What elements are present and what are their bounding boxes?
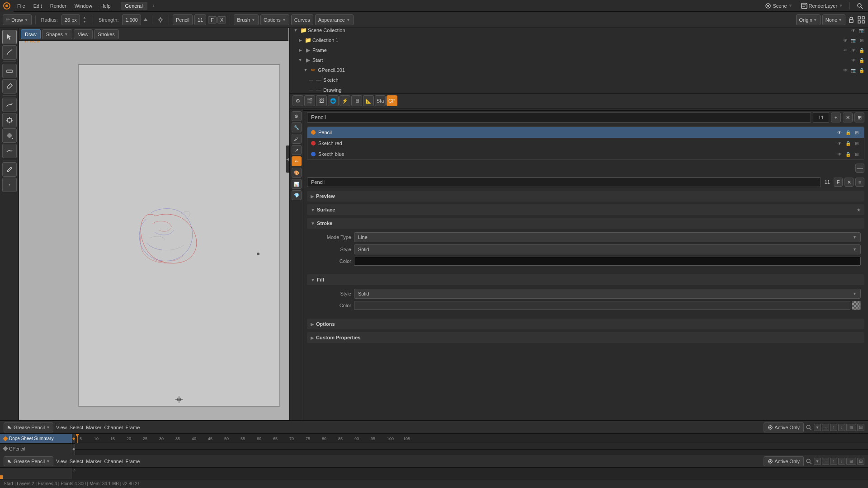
workspace-tab-add[interactable]: + [149,2,159,10]
active-only-btn-1[interactable]: Active Only [764,422,804,432]
menu-edit[interactable]: Edit [30,2,46,9]
surface-star[interactable]: ★ [857,207,861,212]
stroke-style-dropdown[interactable]: Solid ▼ [354,244,861,254]
settings-icon[interactable] [156,15,165,24]
tool-transform[interactable] [2,113,17,127]
prop-nav-icon-6[interactable]: 🖥 [351,95,362,106]
fill-color-swatch[interactable] [354,301,850,310]
tl-up-2[interactable]: ↑ [830,458,837,465]
none-selector[interactable]: None ▼ [822,14,845,25]
tool-smear[interactable] [2,144,17,158]
viewport-collapse-btn[interactable]: ◀ [286,145,289,173]
brush-btn[interactable]: Brush ▼ [234,14,259,25]
outliner-gpencil[interactable]: ▼ ✏ GPencil.001 👁 📷 🔒 [290,65,868,75]
prop-nav-v3[interactable]: 🖋 [292,134,302,144]
strength-arrows[interactable] [143,17,148,23]
layer-vis-blue[interactable]: 👁 [836,150,843,158]
tl-search-2[interactable] [806,458,812,465]
section-custom-header[interactable]: ▶ Custom Properties [307,332,864,343]
menu-file[interactable]: File [14,2,29,9]
layer-grid-blue[interactable]: ⊞ [853,150,860,158]
vis1-btn[interactable]: 👁 [842,37,849,44]
mode-type-dropdown[interactable]: Line ▼ [354,232,861,242]
tl-exp-1[interactable]: ⊟ [857,424,864,431]
layer-grid-red[interactable]: ⊞ [853,140,860,147]
section-stroke-header[interactable]: ▼ Stroke [307,218,864,229]
brush-x-btn[interactable]: ✕ [843,113,853,122]
strokes-btn[interactable]: Strokes [94,29,119,39]
draw-mode-btn[interactable]: Draw [21,29,41,39]
section-surface-header[interactable]: ▼ Surface ★ [307,204,864,215]
tl-select-1[interactable]: Select [70,425,84,430]
layer-lock-pencil[interactable]: 🔒 [844,129,852,136]
gp-render-btn[interactable]: 📷 [850,66,857,74]
tl-select-2[interactable]: Select [70,459,84,464]
layer-grid-pencil[interactable]: ⊞ [853,129,860,136]
menu-help[interactable]: Help [97,2,114,9]
tl-filter-icon-2[interactable]: ▼ [814,458,821,465]
prop-nav-icon-gp[interactable]: GP [387,95,397,106]
tl-filter-icon-1[interactable]: ▼ [814,424,821,431]
flag-f[interactable]: F [208,16,217,23]
brush-filter-btn2[interactable]: ≡ [855,178,864,187]
pencil-selector[interactable]: Pencil [173,14,193,25]
tl-channel-1[interactable]: Channel [104,425,123,430]
tl-snap-1[interactable]: ⊞ [846,424,856,431]
tool-measure[interactable] [2,178,17,192]
section-preview-header[interactable]: ▶ Preview [307,191,864,202]
prop-nav-v8[interactable]: 💎 [292,190,302,200]
expand-icon[interactable] [857,16,865,24]
section-fill-header[interactable]: ▼ Fill [307,274,864,285]
gp-lock-btn[interactable]: 🔒 [858,66,865,74]
prop-nav-icon-5[interactable]: ⚡ [340,95,350,106]
layer-lock-red[interactable]: 🔒 [844,140,852,147]
search-icon[interactable] [856,2,863,9]
prop-nav-icon-2[interactable]: 🎬 [304,95,315,106]
outliner-collection1[interactable]: ▶ 📁 Collection 1 👁 📷 ⊞ [290,35,868,45]
expand-start[interactable]: ▼ [297,57,303,63]
layer-sketch-blue[interactable]: Skecth blue 👁 🔒 ⊞ [307,149,864,160]
brush-name-display[interactable]: Pencil [307,112,811,123]
draw-mode-label[interactable]: Draw [11,17,23,23]
lock-icon[interactable] [847,16,855,24]
options-btn[interactable]: Options ▼ [260,14,289,25]
gp-vis-btn[interactable]: 👁 [842,66,849,74]
ren1-btn[interactable]: 📷 [850,37,857,44]
tl-view-2[interactable]: View [56,459,67,464]
canvas-frame[interactable] [78,64,280,407]
curves-btn[interactable]: Curves [291,14,313,25]
origin-selector[interactable]: Origin ▼ [796,14,821,25]
active-only-btn-2[interactable]: Active Only [764,456,804,466]
fill-style-dropdown[interactable]: Solid ▼ [354,289,861,299]
tl-view-1[interactable]: View [56,425,67,430]
section-options-header[interactable]: ▶ Options [307,319,864,329]
workspace-tab-general[interactable]: General [121,2,147,10]
brush-x-btn2[interactable]: ✕ [844,178,854,187]
prop-nav-icon-4[interactable]: 🌐 [328,95,339,106]
frame-edit-btn[interactable]: ✏ [842,47,849,54]
tl-marker-1[interactable]: Marker [86,425,101,430]
tool-select[interactable] [2,30,17,44]
tl-exp-2[interactable]: ⊟ [857,458,864,465]
tl-dots-1[interactable]: ⋯ [822,424,829,431]
expand-gp[interactable]: ▼ [302,67,309,73]
tl-frame-1[interactable]: Frame [125,425,140,430]
layer-sketch-red[interactable]: Sketch red 👁 🔒 ⊞ [307,138,864,149]
prop-nav-v1[interactable]: ⚙ [292,111,302,121]
tl-down-2[interactable]: ↓ [838,458,845,465]
track-label-gpencil[interactable]: GPencil [0,444,72,454]
fill-color-checker[interactable] [852,301,861,310]
prop-nav-icon-3[interactable]: 🖼 [316,95,327,106]
tl-up-1[interactable]: ↑ [830,424,837,431]
outliner-frame[interactable]: ▶ ▶ Frame ✏ 👁 🔒 [290,45,868,55]
menu-render[interactable]: Render [47,2,70,9]
tool-eyedropper[interactable] [2,79,17,94]
start-vis-btn[interactable]: 👁 [850,56,857,64]
tool-eraser[interactable] [2,64,17,78]
tl-dots-2[interactable]: ⋯ [822,458,829,465]
tool-fill[interactable] [2,128,17,143]
tool-curve[interactable] [2,98,17,112]
prop-nav-v2[interactable]: 🔧 [292,122,302,132]
layer-add-btn[interactable]: — [855,164,864,173]
main-canvas[interactable]: User Ortho In View Overlays ▼ Shading ▼ [19,28,289,420]
